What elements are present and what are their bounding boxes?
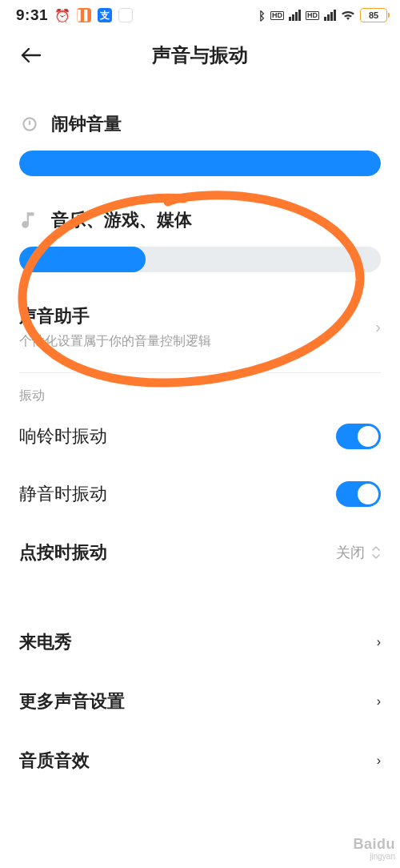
vibrate-on-ring-toggle[interactable] bbox=[336, 424, 381, 449]
alipay-icon: 支 bbox=[98, 8, 112, 22]
media-volume-slider[interactable] bbox=[19, 247, 381, 272]
divider bbox=[19, 372, 381, 373]
chevron-right-icon: › bbox=[377, 635, 381, 649]
status-right: ᛒ HD HD 85 bbox=[258, 8, 387, 22]
hd-badge-icon: HD bbox=[270, 11, 284, 20]
content-area: 闹钟音量 音乐、游戏、媒体 声音助手 个性化设置属于你的音量控制逻辑 › 振动 … bbox=[0, 112, 400, 790]
status-time: 9:31 bbox=[16, 6, 48, 24]
signal-icon-2 bbox=[324, 10, 336, 21]
more-sound-settings-row[interactable]: 更多声音设置 › bbox=[19, 672, 381, 731]
chevron-right-icon: › bbox=[375, 318, 381, 336]
vibrate-on-silent-row: 静音时振动 bbox=[19, 465, 381, 523]
tap-vibrate-row[interactable]: 点按时振动 关闭 bbox=[19, 523, 381, 582]
vibrate-on-ring-row: 响铃时振动 bbox=[19, 408, 381, 465]
sound-quality-row[interactable]: 音质音效 › bbox=[19, 731, 381, 790]
arrow-left-icon bbox=[21, 47, 42, 63]
battery-level: 85 bbox=[369, 10, 378, 20]
tap-vibrate-label: 点按时振动 bbox=[19, 540, 107, 565]
alarm-clock-icon: ⏰ bbox=[54, 8, 70, 23]
call-show-label: 来电秀 bbox=[19, 630, 72, 654]
watermark: Baidu jingyan bbox=[353, 838, 395, 863]
call-show-row[interactable]: 来电秀 › bbox=[19, 613, 381, 672]
chevron-right-icon: › bbox=[377, 753, 381, 768]
sound-assistant-subtitle: 个性化设置属于你的音量控制逻辑 bbox=[19, 333, 375, 350]
wifi-icon bbox=[341, 10, 355, 21]
tap-vibrate-value: 关闭 bbox=[336, 543, 365, 562]
signal-icon bbox=[289, 10, 301, 21]
back-button[interactable] bbox=[16, 42, 46, 68]
status-bar: 9:31 ⏰ ▌▌ 支 ▶ ᛒ HD HD 85 bbox=[0, 0, 400, 30]
hd-badge-icon-2: HD bbox=[306, 11, 319, 20]
media-volume-fill bbox=[19, 247, 146, 272]
up-down-chevron-icon bbox=[371, 545, 381, 560]
watermark-brand: Baidu bbox=[353, 838, 395, 850]
music-note-icon bbox=[19, 210, 40, 231]
vibrate-on-silent-label: 静音时振动 bbox=[19, 482, 107, 506]
battery-icon: 85 bbox=[360, 8, 387, 22]
bluetooth-icon: ᛒ bbox=[258, 9, 266, 22]
status-left: 9:31 ⏰ ▌▌ 支 ▶ bbox=[16, 6, 133, 24]
media-volume-label: 音乐、游戏、媒体 bbox=[51, 208, 192, 232]
media-volume-block: 音乐、游戏、媒体 bbox=[19, 208, 381, 272]
more-sound-settings-label: 更多声音设置 bbox=[19, 689, 125, 713]
sound-assistant-row[interactable]: 声音助手 个性化设置属于你的音量控制逻辑 › bbox=[19, 287, 381, 368]
sound-quality-label: 音质音效 bbox=[19, 749, 90, 773]
chevron-right-icon: › bbox=[377, 694, 381, 709]
vibration-section-label: 振动 bbox=[19, 388, 381, 404]
page-title: 声音与振动 bbox=[0, 42, 400, 68]
alarm-volume-slider[interactable] bbox=[19, 151, 381, 176]
watermark-sub: jingyan bbox=[353, 850, 395, 863]
app-badge-icon: ▌▌ bbox=[77, 8, 91, 22]
vibrate-on-silent-toggle[interactable] bbox=[336, 481, 381, 507]
alarm-volume-block: 闹钟音量 bbox=[19, 112, 381, 176]
page-header: 声音与振动 bbox=[0, 30, 400, 80]
alarm-volume-label: 闹钟音量 bbox=[51, 112, 122, 136]
tencent-video-icon: ▶ bbox=[118, 8, 133, 22]
sound-assistant-title: 声音助手 bbox=[19, 304, 375, 328]
vibrate-on-ring-label: 响铃时振动 bbox=[19, 424, 107, 448]
alarm-icon bbox=[19, 114, 40, 135]
alarm-volume-fill bbox=[19, 151, 381, 176]
